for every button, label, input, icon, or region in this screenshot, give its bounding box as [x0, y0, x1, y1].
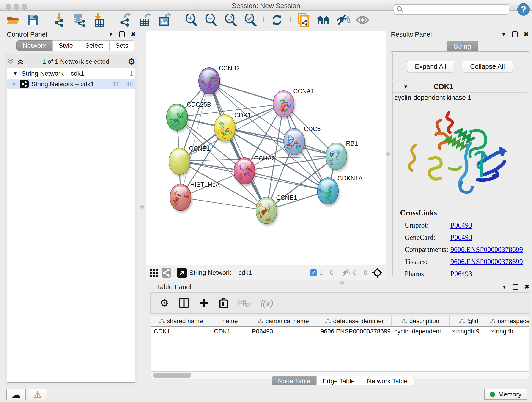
- scrollbar-thumb[interactable]: [153, 373, 191, 378]
- tab-network[interactable]: Network: [17, 40, 52, 51]
- table-cell[interactable]: stringdb: [488, 327, 529, 337]
- open-session-button[interactable]: [3, 13, 23, 27]
- control-panel-menu-icon[interactable]: ▼: [108, 32, 113, 37]
- network-tree-root-row[interactable]: ▼ String Network – cdk1 1: [7, 68, 135, 79]
- crosslink-link[interactable]: P06493: [450, 233, 472, 242]
- expand-all-icon[interactable]: [17, 59, 24, 65]
- collapse-all-button[interactable]: Collapse All: [462, 61, 513, 72]
- network-node-ccne1[interactable]: CCNE1: [256, 194, 297, 226]
- export-network-button[interactable]: [115, 13, 135, 27]
- column-header-sharedname[interactable]: shared name: [151, 316, 211, 326]
- current-network-dot-icon: ●: [12, 81, 16, 87]
- cdk1-section-header[interactable]: ▼ CDK1: [393, 81, 527, 93]
- zoom-in-button[interactable]: [181, 13, 201, 27]
- eye-slash-icon: [336, 14, 350, 26]
- tab-sets[interactable]: Sets: [109, 40, 134, 51]
- table-panel-close-icon[interactable]: ✖: [524, 283, 529, 290]
- network-node-hist1h1a[interactable]: HIST1H1A: [170, 181, 220, 213]
- right-splitter-handle[interactable]: [386, 152, 390, 156]
- table-cell[interactable]: P06493: [249, 327, 318, 337]
- network-node-ccnb2[interactable]: CCNB2: [199, 65, 240, 96]
- column-header-name[interactable]: name: [211, 316, 249, 326]
- crosslink-link[interactable]: P06493: [450, 270, 472, 278]
- home-neighbors-button[interactable]: [313, 13, 333, 27]
- delete-column-trash-icon[interactable]: [219, 298, 228, 308]
- protein-structure-image: [402, 106, 516, 205]
- memory-button[interactable]: Memory: [484, 389, 527, 400]
- open-in-window-icon[interactable]: [177, 268, 187, 278]
- network-canvas[interactable]: CCNB2CCNA1CDC25BCDK1CDC6RB1CCNB1CCNA2CDK…: [146, 31, 386, 265]
- toolbar-search[interactable]: [394, 4, 509, 15]
- table-cell[interactable]: stringdb:9...: [450, 327, 488, 337]
- column-header-description[interactable]: description: [392, 316, 450, 326]
- results-panel-float-icon[interactable]: [512, 32, 518, 37]
- export-image-button[interactable]: [155, 13, 175, 27]
- bottom-splitter-handle[interactable]: [340, 281, 344, 284]
- control-panel-float-icon[interactable]: [119, 32, 125, 37]
- column-header-databaseidentifier[interactable]: database identifier: [318, 316, 392, 326]
- tab-string[interactable]: String: [447, 41, 478, 52]
- tab-select[interactable]: Select: [79, 40, 109, 51]
- import-network-file-button[interactable]: [50, 13, 69, 27]
- network-node-ccna1[interactable]: CCNA1: [273, 88, 314, 119]
- table-options-gear-icon[interactable]: ⚙: [160, 298, 169, 308]
- selected-checkbox-icon[interactable]: ✓: [310, 269, 317, 276]
- table-cell[interactable]: CDK1: [211, 327, 249, 337]
- tree-expander-icon[interactable]: ▼: [13, 70, 18, 77]
- import-table-button[interactable]: [89, 13, 109, 27]
- refresh-view-button[interactable]: [267, 13, 287, 27]
- save-session-button[interactable]: [23, 13, 43, 27]
- network-node-cdkn1a[interactable]: CDKN1A: [317, 175, 363, 206]
- control-panel-title: Control Panel: [7, 31, 47, 38]
- network-column-icon: [258, 319, 263, 324]
- copy-network-document-button[interactable]: [294, 13, 313, 27]
- network-options-gear-icon[interactable]: ⚙: [128, 57, 135, 66]
- zoom-out-button[interactable]: [201, 13, 221, 27]
- birdseye-crosshair-icon[interactable]: [372, 267, 383, 278]
- collapse-all-icon[interactable]: [7, 59, 14, 65]
- network-node-rb1[interactable]: RB1: [326, 140, 358, 172]
- control-panel-close-icon[interactable]: ✖: [131, 31, 136, 38]
- table-panel-float-icon[interactable]: [513, 284, 518, 290]
- crosslink-link[interactable]: 9606.ENSP00000378699: [450, 258, 523, 266]
- warnings-button[interactable]: ⚠: [28, 389, 47, 400]
- add-column-icon[interactable]: [199, 298, 209, 308]
- network-node-cdk1[interactable]: CDK1: [214, 112, 251, 143]
- hide-show-button[interactable]: [333, 13, 353, 27]
- expand-all-button[interactable]: Expand All: [407, 61, 454, 72]
- left-splitter-handle[interactable]: [140, 205, 144, 209]
- tab-style[interactable]: Style: [52, 40, 79, 51]
- show-columns-icon[interactable]: [179, 298, 189, 308]
- zoom-fit-button[interactable]: [221, 13, 241, 27]
- import-network-database-button[interactable]: [69, 13, 89, 27]
- table-row[interactable]: CDK1CDK1P064939606.ENSP00000378699cyclin…: [151, 327, 529, 337]
- column-header-id[interactable]: @id: [450, 316, 488, 326]
- search-input[interactable]: [404, 6, 502, 13]
- grid-view-icon[interactable]: [150, 269, 158, 277]
- help-button[interactable]: ?: [517, 3, 530, 16]
- zoom-selected-button[interactable]: [241, 13, 260, 27]
- crosslink-link[interactable]: 9606.ENSP00000378699: [450, 245, 523, 254]
- table-cell[interactable]: CDK1: [151, 327, 211, 337]
- network-node-cdc6[interactable]: CDC6: [283, 126, 321, 157]
- section-expander-icon[interactable]: ▼: [403, 84, 408, 90]
- table-cell[interactable]: 9606.ENSP00000378699: [318, 327, 392, 337]
- preview-button[interactable]: [353, 13, 373, 27]
- table-panel-menu-icon[interactable]: ▼: [502, 284, 507, 290]
- export-table-button[interactable]: [135, 13, 155, 27]
- delete-table-icon: [238, 299, 250, 307]
- table-cell[interactable]: cyclin-dependent ...: [392, 327, 450, 337]
- table-toolbar: ⚙ f(x): [150, 293, 530, 313]
- cloud-button[interactable]: ☁: [6, 389, 26, 400]
- export-image-icon: [158, 13, 171, 27]
- column-header-namespace[interactable]: namespace: [488, 316, 529, 326]
- memory-status-dot: [490, 392, 495, 397]
- network-node-ccna2[interactable]: CCNA2: [234, 155, 275, 186]
- zoom-in-icon: [185, 13, 197, 26]
- results-panel-close-icon[interactable]: ✖: [524, 31, 529, 38]
- share-view-icon[interactable]: [162, 268, 171, 278]
- network-tree-child-row[interactable]: ● String Network – cdk1 11 48: [7, 79, 135, 89]
- column-header-canonicalname[interactable]: canonical name: [249, 316, 318, 326]
- results-panel-menu-icon[interactable]: ▼: [501, 32, 506, 37]
- crosslink-link[interactable]: P06493: [450, 221, 472, 230]
